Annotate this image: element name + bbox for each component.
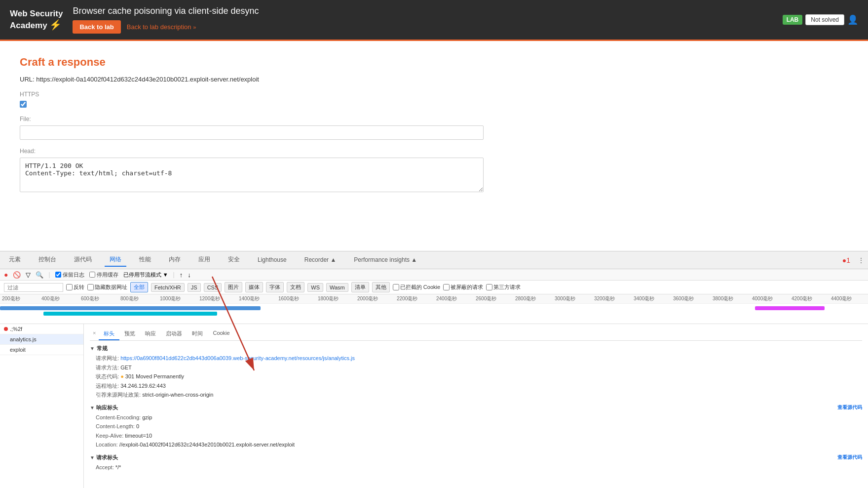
https-checkbox[interactable]	[20, 101, 27, 108]
https-label: HTTPS	[20, 91, 474, 98]
file-input[interactable]: /exploit	[20, 125, 484, 140]
lab-title: Browser cache poisoning via client-side …	[73, 6, 772, 16]
https-section: HTTPS	[20, 91, 474, 108]
lab-badge: LAB	[783, 15, 803, 25]
file-label: File:	[20, 116, 474, 122]
main-content: Craft a response URL: https://exploit-0a…	[0, 41, 493, 216]
lightning-icon: ⚡	[49, 19, 62, 30]
section-title: Craft a response	[20, 56, 474, 69]
header-buttons: Back to lab Back to lab description »	[73, 20, 772, 34]
logo-text: Web Security Academy ⚡	[10, 8, 63, 31]
file-section: File: /exploit	[20, 116, 474, 140]
logo: Web Security Academy ⚡	[10, 8, 63, 31]
url-line: URL: https://exploit-0a14002f0412d632c24…	[20, 76, 474, 83]
back-to-lab-desc-link[interactable]: Back to lab description »	[127, 23, 196, 31]
back-to-lab-button[interactable]: Back to lab	[73, 20, 120, 34]
header-right: LAB Not solved 👤	[783, 14, 858, 25]
not-solved-badge: Not solved	[805, 14, 844, 25]
head-section: Head: HTTP/1.1 200 OK Content-Type: text…	[20, 148, 474, 194]
logo-area: Web Security Academy ⚡	[10, 8, 63, 31]
head-label: Head:	[20, 148, 474, 155]
head-textarea[interactable]: HTTP/1.1 200 OK Content-Type: text/html;…	[20, 158, 484, 192]
chevron-right-icon: »	[193, 24, 196, 30]
header-center: Browser cache poisoning via client-side …	[73, 6, 772, 34]
https-checkbox-row	[20, 101, 474, 108]
header: Web Security Academy ⚡ Browser cache poi…	[0, 0, 868, 40]
person-icon[interactable]: 👤	[847, 14, 858, 25]
